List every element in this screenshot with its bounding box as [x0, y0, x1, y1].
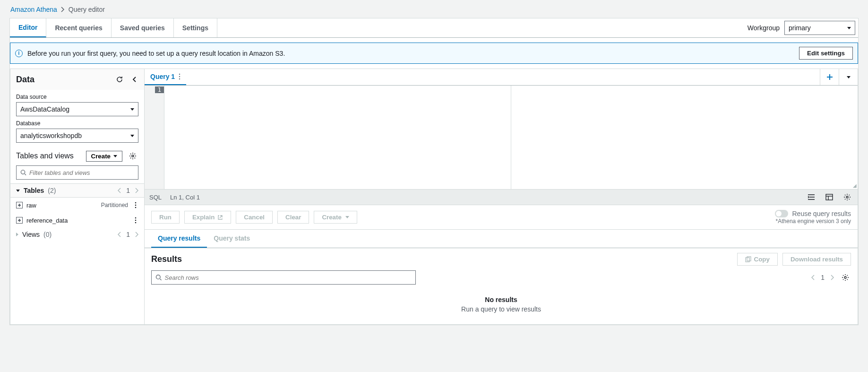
data-source-select[interactable]: AwsDataCatalog	[16, 102, 138, 116]
copy-label: Copy	[754, 256, 770, 263]
search-rows-field[interactable]	[165, 274, 412, 281]
views-count: (0)	[43, 231, 52, 238]
workgroup-select[interactable]: primary	[784, 21, 855, 35]
gear-icon[interactable]	[127, 150, 138, 162]
tab-settings[interactable]: Settings	[174, 18, 217, 37]
tables-count: (2)	[48, 187, 56, 194]
query-tabs: Query 1	[145, 69, 858, 86]
data-source-value: AwsDataCatalog	[20, 105, 69, 113]
tab-editor[interactable]: Editor	[10, 18, 46, 37]
refresh-icon[interactable]	[114, 74, 125, 85]
results-title: Results	[151, 254, 182, 264]
info-icon: i	[15, 50, 23, 57]
caret-down-icon	[130, 108, 134, 111]
layout-icon[interactable]	[824, 191, 835, 203]
tables-page: 1	[126, 187, 130, 194]
status-cursor: Ln 1, Col 1	[170, 194, 200, 201]
tab-query-stats[interactable]: Query stats	[207, 230, 257, 248]
query-tab-label: Query 1	[150, 73, 175, 80]
database-select[interactable]: analyticsworkshopdb	[16, 129, 138, 143]
format-icon[interactable]	[806, 191, 817, 203]
breadcrumb-root[interactable]: Amazon Athena	[10, 6, 57, 13]
search-icon	[155, 274, 162, 281]
collapse-sidebar-icon[interactable]	[130, 74, 138, 85]
tables-pager: 1	[118, 187, 138, 194]
query-tab-1[interactable]: Query 1	[145, 69, 186, 85]
expand-icon[interactable]	[16, 202, 23, 208]
breadcrumb-current: Query editor	[69, 6, 105, 13]
copy-icon	[745, 256, 751, 262]
tab-recent-queries[interactable]: Recent queries	[46, 18, 111, 37]
kebab-icon[interactable]	[133, 200, 138, 210]
workspace: Data Data source AwsDataCatalog	[10, 69, 858, 325]
tables-group[interactable]: Tables (2) 1	[10, 183, 144, 198]
add-tab-button[interactable]	[820, 69, 839, 85]
svg-point-0	[132, 155, 134, 157]
code-editor[interactable]: 1 ◢	[145, 86, 858, 190]
reuse-area: Reuse query results *Athena engine versi…	[775, 210, 851, 225]
results-page: 1	[821, 274, 825, 281]
expand-icon[interactable]	[16, 217, 23, 224]
chevron-right-icon[interactable]	[135, 232, 138, 237]
chevron-right-icon[interactable]	[830, 275, 834, 280]
chevron-right-icon[interactable]	[135, 188, 138, 193]
create-dropdown[interactable]: Create	[314, 211, 357, 224]
tables-views-header: Tables and views Create	[10, 147, 144, 165]
views-label: Views	[22, 231, 40, 238]
views-page: 1	[126, 231, 130, 238]
gear-icon[interactable]	[842, 191, 853, 203]
views-group[interactable]: Views (0) 1	[10, 228, 144, 241]
svg-rect-12	[826, 194, 833, 200]
explain-button[interactable]: Explain	[184, 211, 231, 224]
info-alert: i Before you run your first query, you n…	[10, 43, 858, 64]
copy-button[interactable]: Copy	[737, 253, 778, 266]
svg-point-5	[135, 207, 137, 208]
create-button[interactable]: Create	[86, 151, 123, 162]
chevron-left-icon[interactable]	[811, 275, 815, 280]
reuse-toggle[interactable]	[775, 210, 788, 217]
kebab-icon[interactable]	[133, 215, 138, 225]
table-row[interactable]: reference_data	[10, 213, 144, 228]
edit-settings-button[interactable]: Edit settings	[799, 47, 853, 60]
search-rows-input[interactable]	[151, 270, 416, 285]
filter-field[interactable]	[29, 169, 134, 176]
tab-overflow-button[interactable]	[839, 69, 858, 85]
no-results-title: No results	[151, 296, 851, 303]
action-row: Run Explain Cancel Clear Create	[145, 205, 858, 230]
reuse-label: Reuse query results	[792, 210, 851, 217]
svg-point-10	[179, 76, 180, 77]
chevron-left-icon[interactable]	[118, 188, 121, 193]
alert-text: Before you run your first query, you nee…	[27, 50, 285, 57]
filter-tables-input[interactable]	[16, 165, 138, 180]
external-link-icon	[217, 215, 223, 220]
table-name: raw	[26, 202, 36, 209]
engine-note: *Athena engine version 3 only	[776, 218, 851, 225]
caret-down-icon	[16, 190, 20, 192]
sidebar-header: Data	[10, 69, 144, 90]
chevron-left-icon[interactable]	[118, 232, 121, 237]
gutter-line: 1	[155, 87, 164, 93]
caret-right-icon	[16, 233, 18, 236]
gear-icon[interactable]	[840, 272, 851, 283]
workgroup-area: Workgroup primary	[748, 21, 858, 35]
table-row[interactable]: raw Partitioned	[10, 198, 144, 213]
main-panel: Editor Recent queries Saved queries Sett…	[9, 18, 859, 325]
create-label: Create	[322, 214, 342, 221]
svg-point-15	[846, 196, 848, 198]
caret-down-icon	[345, 216, 349, 218]
cancel-button[interactable]: Cancel	[236, 211, 273, 224]
plus-icon	[826, 74, 833, 80]
tab-query-results[interactable]: Query results	[151, 230, 207, 248]
tab-saved-queries[interactable]: Saved queries	[112, 18, 174, 37]
download-results-button[interactable]: Download results	[782, 253, 851, 266]
run-button[interactable]: Run	[151, 211, 180, 224]
resize-handle-icon[interactable]: ◢	[853, 183, 857, 188]
clear-button[interactable]: Clear	[277, 211, 309, 224]
svg-point-11	[179, 78, 180, 79]
tables-views-title: Tables and views	[16, 152, 74, 160]
tables-label: Tables	[24, 187, 44, 194]
explain-label: Explain	[192, 214, 215, 221]
kebab-icon[interactable]	[179, 73, 180, 80]
svg-line-19	[160, 279, 162, 280]
caret-down-icon	[847, 76, 851, 78]
